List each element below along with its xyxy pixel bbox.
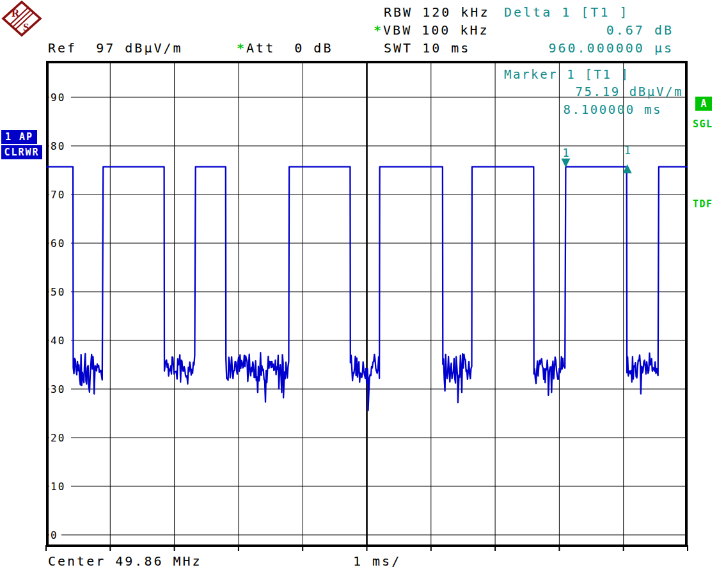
y-tick-label: 80 xyxy=(51,140,65,152)
marker-time-value: 8.100000 ms xyxy=(531,103,662,116)
marker-number-label: 1 xyxy=(624,144,631,157)
y-tick-label: 0 xyxy=(51,529,58,541)
delta1-triangle xyxy=(623,164,632,173)
y-tick-label: 60 xyxy=(51,237,65,250)
y-tick-label: 50 xyxy=(51,286,65,298)
y-tick-label: 70 xyxy=(51,189,65,201)
marker-number-label: 1 xyxy=(562,147,569,159)
marker-title: Marker 1 [T1 ] xyxy=(504,68,630,81)
y-tick-label: 20 xyxy=(51,432,65,444)
y-tick-label: 30 xyxy=(51,383,65,395)
y-tick-label: 10 xyxy=(51,481,65,493)
y-tick-label: 40 xyxy=(51,335,65,347)
marker-level-value: 75.19 dBµV/m xyxy=(531,85,683,98)
y-tick-label: 90 xyxy=(51,91,65,104)
